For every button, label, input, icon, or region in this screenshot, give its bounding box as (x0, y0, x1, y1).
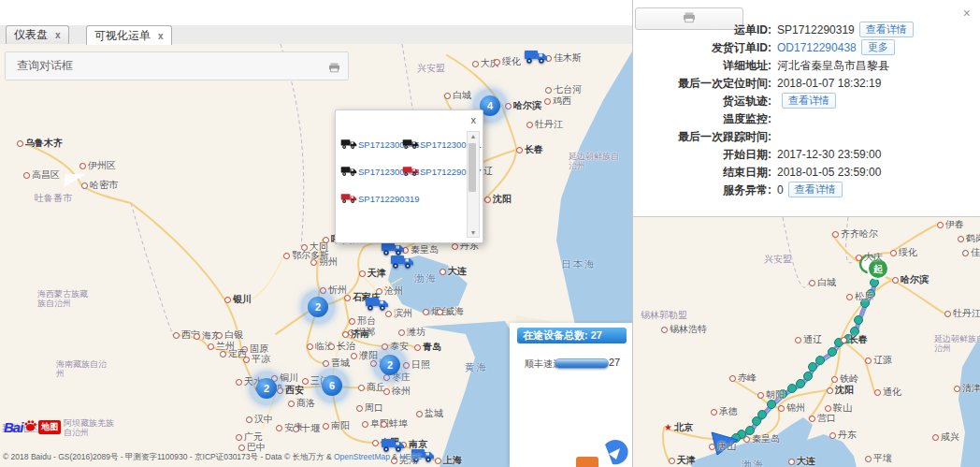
map-city-label: 日本海 (561, 258, 597, 271)
map-city-label-text: 平凉 (252, 354, 270, 364)
map-city-label-text: 七台河 (554, 84, 582, 95)
map-city-label-dot-icon (236, 434, 242, 441)
order-id-link[interactable]: OD1712290438 (777, 41, 857, 54)
map-city-label-dot-icon (472, 61, 479, 67)
map-city-label-text: 盐城 (425, 408, 443, 418)
here-link[interactable]: HERE (399, 452, 422, 461)
detail-panel-close-icon[interactable]: × (963, 6, 971, 21)
map-city-label-text: 沈阳 (493, 194, 512, 204)
vehicle-cluster-marker[interactable]: 2 (373, 348, 407, 382)
query-dialog-bar[interactable]: 查询对话框 (5, 51, 349, 80)
detail-action-button[interactable]: 查看详情 (859, 22, 914, 37)
minimap-city-label: 兴安盟 (764, 253, 792, 266)
map-city-label: 盐城 (416, 407, 443, 420)
route-point-marker[interactable] (753, 417, 761, 426)
tab-visual-waybill-close-icon[interactable]: x (158, 31, 164, 41)
route-point-marker[interactable] (855, 316, 863, 325)
map-copyright: © 2018 Baidu - GS(2016)2089号 - 甲测资字11009… (3, 452, 422, 463)
detail-action-button[interactable]: 查看详情 (782, 93, 836, 109)
map-city-label-dot-icon (283, 253, 290, 259)
truck-marker[interactable] (390, 253, 414, 273)
minimap-city-label-dot-icon (865, 358, 872, 364)
minimap-city-label: 唐山 (709, 440, 736, 453)
query-collapse-icon[interactable] (328, 60, 340, 77)
minimap-city-label-dot-icon (962, 250, 969, 256)
map-city-label-dot-icon (246, 416, 252, 423)
map-city-label: 威海 (437, 305, 464, 318)
minimap-city-label-dot-icon (809, 280, 815, 286)
scroll-up-icon[interactable]: ▲ (468, 133, 479, 139)
route-point-marker[interactable] (788, 385, 797, 393)
baidu-map-chip: 地图 (38, 420, 61, 434)
popup-truck-item[interactable]: SP1712300051 (402, 131, 464, 158)
minimap-city-label-text: 天津 (677, 455, 696, 465)
truck-marker[interactable] (365, 295, 389, 315)
popup-truck-item[interactable]: SP1712290267 (402, 158, 464, 185)
route-point-marker[interactable] (809, 363, 817, 372)
route-minimap[interactable]: 起 伊春齐齐哈尔鹤岗佳木斯大庆绥化兴安盟白城松原哈尔滨牡丹江锡林郭勒盟锡林浩特通… (633, 216, 980, 467)
tab-visual-waybill[interactable]: 可视化运单 x (86, 25, 172, 45)
minimap-city-label: 松原 (846, 290, 873, 303)
minimap-city-label: 天津 (669, 454, 696, 467)
popup-truck-item[interactable]: SP1712300046 (340, 131, 402, 158)
vehicle-cluster-marker[interactable]: 2 (250, 372, 283, 405)
map-city-label: 黄海 (465, 361, 488, 374)
popup-truck-item[interactable]: SP1712300063 (340, 158, 402, 185)
vehicle-cluster-marker[interactable]: 2 (301, 290, 335, 324)
tab-dashboard[interactable]: 仪表盘 x (6, 25, 69, 44)
map-city-label: 济南 (342, 328, 369, 341)
popup-truck-item[interactable]: SP1712290319 (340, 185, 402, 212)
minimap-city-label-dot-icon (757, 392, 764, 399)
map-city-label-text: 哈尔滨 (513, 100, 541, 110)
baidu-logo[interactable]: Bai 地图 (4, 418, 61, 436)
detail-action-button[interactable]: 更多 (861, 39, 895, 55)
route-point-marker[interactable] (804, 372, 813, 381)
cluster-count: 6 (322, 375, 342, 396)
query-dialog-label: 查询对话框 (17, 58, 73, 74)
tab-dashboard-close-icon[interactable]: x (55, 30, 61, 40)
stats-row: 顺丰速运27 (510, 357, 632, 370)
map-city-label: 海南藏族自治州 (56, 359, 110, 379)
map-city-label: 汉中 (246, 413, 273, 426)
map-city-label-dot-icon (359, 270, 366, 277)
detail-action-button[interactable]: 查看详情 (788, 182, 843, 197)
map-city-label: 沈阳 (484, 193, 512, 206)
map-city-label-text: 日本海 (561, 258, 597, 270)
detail-row-value: 2018-01-07 18:32:19 (777, 77, 881, 90)
main-map[interactable]: 乌鲁木齐伊州区高昌区哈密市吐鲁番市海西蒙古族藏族自治州海南藏族自治州那曲地区阿坝… (0, 44, 632, 467)
popup-scrollbar[interactable]: ▲ ▼ (467, 131, 480, 238)
minimap-city-label-text: 辽源 (873, 355, 892, 365)
map-city-label-dot-icon (302, 378, 309, 385)
truck-marker[interactable] (524, 48, 548, 68)
minimap-city-label: 清津 (954, 382, 980, 395)
minimap-city-label: 延边朝鲜族自治州 (934, 334, 980, 354)
minimap-city-label-text: 营口 (817, 413, 836, 423)
minimap-city-label-text: 平壤 (873, 453, 892, 463)
minimap-city-label: 鹤岗 (958, 232, 980, 245)
map-city-label-dot-icon (216, 332, 223, 339)
map-city-label-dot-icon (372, 440, 379, 446)
map-city-label-dot-icon (358, 385, 365, 391)
minimap-city-label-text: 赤峰 (738, 372, 757, 383)
minimap-city-label-text: 承德 (719, 406, 738, 416)
map-city-label-dot-icon (323, 360, 329, 367)
route-point-marker[interactable] (797, 380, 805, 388)
capital-star-icon: ★ (664, 422, 672, 432)
cluster-count: 2 (380, 355, 400, 375)
minimap-city-label: ★北京 (664, 421, 693, 434)
black-truck-icon (402, 137, 419, 153)
popup-close-icon[interactable]: x (471, 114, 477, 125)
route-point-marker[interactable] (816, 357, 825, 365)
carrier-count: 27 (609, 357, 620, 368)
osm-link[interactable]: OpenStreetMap (334, 452, 390, 461)
truck-list-popup[interactable]: x SP1712300046SP1712300051SP1712300063SP… (335, 109, 483, 243)
scroll-down-icon[interactable]: ▼ (468, 229, 479, 236)
partial-arrow-marker (599, 435, 631, 467)
route-point-marker[interactable] (829, 348, 837, 357)
map-city-label-text: 滨州 (394, 308, 412, 318)
detail-row: 最后一次跟踪时间: (633, 126, 980, 144)
detail-row: 详细地址:河北省秦皇岛市昌黎县 (633, 55, 980, 73)
map-city-label: 鄂尔多斯 (283, 249, 329, 262)
scroll-thumb[interactable] (468, 143, 476, 192)
vehicle-cluster-marker[interactable]: 6 (315, 369, 349, 402)
